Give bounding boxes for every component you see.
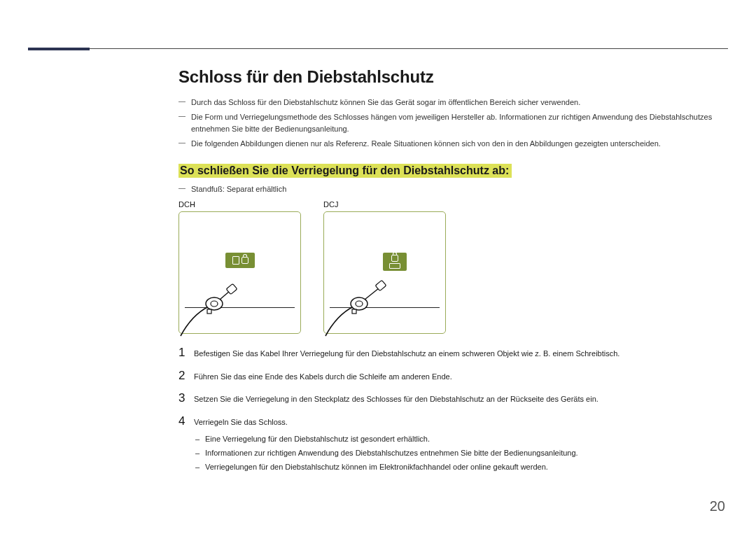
figure-label-dch: DCH [178, 200, 301, 209]
lock-badge-dch [225, 253, 255, 268]
header-rule [90, 48, 728, 49]
step-text: Führen Sie das eine Ende des Kabels durc… [194, 370, 452, 383]
figure-box-dcj [323, 211, 446, 334]
svg-point-1 [211, 301, 218, 307]
figure-dch: DCH [178, 200, 301, 334]
notes-list: Eine Verriegelung für den Diebstahlschut… [194, 433, 578, 473]
step-2: 2 Führen Sie das eine Ende des Kabels du… [178, 370, 722, 383]
intro-bullet-1: Durch das Schloss für den Diebstahlschut… [178, 97, 722, 108]
step-1: 1 Befestigen Sie das Kabel Ihrer Verrieg… [178, 346, 722, 360]
page: Schloss für den Diebstahlschutz Durch da… [0, 0, 756, 534]
intro-bullet-2: Die Form und Verriegelungsmethode des Sc… [178, 111, 722, 135]
step-text: Setzen Sie die Verriegelung in den Steck… [194, 392, 598, 405]
lock-icon [391, 255, 398, 262]
page-number: 20 [710, 498, 725, 514]
step-number: 4 [178, 415, 194, 427]
lock-icon [241, 257, 248, 264]
cable-lock-icon [321, 276, 405, 339]
figure-dcj: DCJ [323, 200, 446, 334]
note-2: Informationen zur richtigen Anwendung de… [194, 447, 578, 459]
stand-note: Standfuß: Separat erhältlich [178, 185, 722, 193]
steps-list: 1 Befestigen Sie das Kabel Ihrer Verrieg… [178, 346, 722, 475]
step-number: 1 [178, 346, 194, 358]
figure-label-dcj: DCJ [323, 200, 446, 209]
step-number: 2 [178, 370, 194, 381]
step-4-text: Verriegeln Sie das Schloss. [194, 418, 288, 426]
lock-badge-dcj [383, 253, 407, 271]
note-1: Eine Verriegelung für den Diebstahlschut… [194, 433, 578, 445]
step-number: 3 [178, 392, 194, 404]
header-accent-bar [28, 48, 90, 50]
slot-icon [232, 256, 239, 265]
step-text: Verriegeln Sie das Schloss. Eine Verrieg… [194, 415, 578, 476]
svg-rect-7 [352, 309, 356, 314]
step-3: 3 Setzen Sie die Verriegelung in den Ste… [178, 392, 722, 405]
slot-icon [389, 263, 400, 269]
step-text: Befestigen Sie das Kabel Ihrer Verriegel… [194, 346, 620, 360]
svg-point-5 [356, 301, 363, 307]
step-4: 4 Verriegeln Sie das Schloss. Eine Verri… [178, 415, 722, 476]
svg-rect-3 [207, 309, 211, 314]
page-heading: Schloss für den Diebstahlschutz [178, 67, 722, 87]
cable-lock-icon [176, 276, 260, 339]
content-area: Schloss für den Diebstahlschutz Durch da… [178, 67, 722, 485]
figures-row: DCH [178, 200, 722, 334]
subheading: So schließen Sie die Verriegelung für de… [178, 164, 512, 178]
intro-bullets: Durch das Schloss für den Diebstahlschut… [178, 97, 722, 150]
figure-box-dch [178, 211, 301, 334]
intro-bullet-3: Die folgenden Abbildungen dienen nur als… [178, 138, 722, 150]
note-3: Verriegelungen für den Diebstahlschutz k… [194, 461, 578, 473]
